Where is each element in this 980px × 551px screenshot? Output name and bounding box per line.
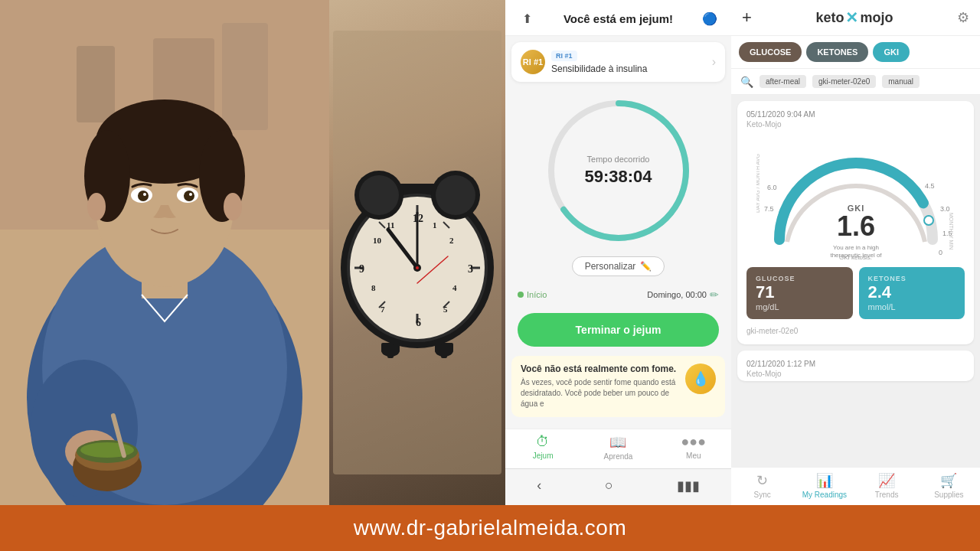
add-button[interactable]: + bbox=[742, 8, 752, 28]
sync-icon: ↻ bbox=[756, 472, 768, 489]
svg-point-34 bbox=[436, 175, 475, 215]
ketones-value: 2.4 bbox=[868, 282, 956, 302]
keto-search: 🔍 after-meal gki-meter-02e0 manual bbox=[731, 69, 980, 95]
chevron-right-icon: › bbox=[712, 55, 716, 69]
hunger-card: Você não está realmente com fome. Às vez… bbox=[511, 356, 725, 417]
svg-point-17 bbox=[189, 193, 192, 196]
personalize-button[interactable]: Personalizar ✏️ bbox=[572, 256, 665, 276]
insulin-bar[interactable]: RI #1 RI #1 Sensibilidade à insulina › bbox=[511, 42, 725, 82]
home-button[interactable]: ○ bbox=[605, 478, 613, 494]
timer-section: Tempo decorrido 59:38:04 Personalizar ✏️ bbox=[505, 88, 731, 282]
nav-aprenda[interactable]: 📖 Aprenda bbox=[580, 434, 655, 461]
search-tag-after-meal[interactable]: after-meal bbox=[760, 75, 806, 88]
end-fasting-button[interactable]: Terminar o jejum bbox=[518, 313, 719, 347]
search-icon: 🔍 bbox=[740, 76, 753, 88]
keto-bottom-nav: ↻ Sync 📊 My Readings 📈 Trends 🛒 Supplies bbox=[731, 467, 980, 505]
edit-icon: ✏️ bbox=[640, 261, 652, 272]
ketones-unit: mmol/L bbox=[868, 302, 956, 311]
meu-icon: ●●● bbox=[681, 434, 707, 450]
svg-text:7: 7 bbox=[381, 305, 385, 314]
keto-nav-sync[interactable]: ↻ Sync bbox=[731, 472, 793, 499]
glucose-unit: mg/dL bbox=[756, 302, 844, 311]
svg-rect-3 bbox=[222, 23, 268, 130]
nav-meu[interactable]: ●●● Meu bbox=[656, 434, 731, 461]
reading-source-1: Keto-Mojo bbox=[746, 120, 965, 129]
fasting-header: ⬆ Você está em jejum! 🔵 bbox=[505, 0, 731, 36]
reading-source-2: Keto-Mojo bbox=[746, 370, 965, 378]
nav-jejum[interactable]: ⏱ Jejum bbox=[505, 434, 580, 461]
svg-text:9: 9 bbox=[359, 263, 364, 275]
svg-rect-65 bbox=[387, 344, 394, 358]
svg-rect-66 bbox=[441, 344, 447, 358]
fasting-panel: ⬆ Você está em jejum! 🔵 RI #1 RI #1 Sens… bbox=[505, 0, 731, 505]
svg-text:2: 2 bbox=[449, 236, 454, 245]
phone-nav-bar: ‹ ○ ▮▮▮ bbox=[505, 468, 731, 505]
hunger-icon: 💧 bbox=[685, 364, 716, 394]
svg-text:7.5: 7.5 bbox=[764, 205, 774, 213]
timer-value: 59:38:04 bbox=[584, 167, 652, 187]
gki-description: GKI ketosis. bbox=[746, 254, 965, 261]
timer-circle: Tempo decorrido 59:38:04 bbox=[542, 94, 695, 247]
reading-card-1: 05/11/2020 9:04 AM Keto-Mojo bbox=[737, 101, 974, 344]
fasting-start: Início bbox=[518, 290, 547, 299]
svg-text:6.0: 6.0 bbox=[767, 184, 777, 191]
svg-text:0: 0 bbox=[939, 249, 942, 256]
glucose-box: GLUCOSE 71 mg/dL bbox=[746, 267, 853, 319]
reading-card-2: 02/11/2020 1:12 PM Keto-Mojo bbox=[737, 350, 974, 381]
svg-point-19 bbox=[224, 193, 242, 220]
svg-text:3: 3 bbox=[468, 263, 473, 275]
fasting-title: Você está em jejum! bbox=[536, 12, 701, 25]
timer-label: Tempo decorrido bbox=[584, 155, 652, 164]
reading-tag: gki-meter-02e0 bbox=[746, 324, 965, 335]
start-dot bbox=[518, 292, 524, 298]
hunger-title: Você não está realmente com fome. bbox=[521, 364, 679, 374]
trends-icon: 📈 bbox=[878, 472, 895, 489]
tab-glucose[interactable]: GLUCOSE bbox=[739, 42, 802, 62]
info-icon[interactable]: 🔵 bbox=[701, 9, 719, 28]
keto-nav-supplies[interactable]: 🛒 Supplies bbox=[918, 472, 980, 499]
svg-text:MONTHLY MIN: MONTHLY MIN bbox=[949, 213, 954, 249]
settings-icon[interactable]: ⚙ bbox=[957, 9, 969, 26]
bottom-bar: www.dr-gabrielalmeida.com bbox=[0, 505, 980, 551]
svg-rect-4 bbox=[77, 46, 115, 122]
glucose-label: GLUCOSE bbox=[756, 275, 844, 282]
hunger-text: Às vezes, você pode sentir fome quando e… bbox=[521, 377, 679, 409]
keto-panel: + keto ✕ mojo ⚙ GLUCOSE KETONES GKI 🔍 af… bbox=[731, 0, 980, 505]
ketones-box: KETONES 2.4 mmol/L bbox=[859, 267, 965, 319]
svg-rect-35 bbox=[397, 184, 437, 190]
svg-point-14 bbox=[138, 191, 149, 201]
back-button[interactable]: ‹ bbox=[537, 478, 541, 494]
aprenda-icon: 📖 bbox=[609, 434, 626, 451]
share-icon[interactable]: ⬆ bbox=[518, 9, 536, 28]
svg-text:6: 6 bbox=[416, 317, 421, 328]
keto-header: + keto ✕ mojo ⚙ bbox=[731, 0, 980, 36]
recents-button[interactable]: ▮▮▮ bbox=[677, 478, 700, 494]
clock-panel: 12 3 6 9 1 2 4 5 7 8 10 11 bbox=[329, 0, 505, 505]
svg-text:10: 10 bbox=[373, 236, 382, 245]
supplies-icon: 🛒 bbox=[940, 472, 957, 489]
glucose-value: 71 bbox=[756, 282, 844, 302]
keto-nav-readings[interactable]: 📊 My Readings bbox=[793, 472, 855, 499]
person-photo bbox=[0, 0, 329, 505]
reading-date-1: 05/11/2020 9:04 AM bbox=[746, 110, 965, 119]
svg-text:4: 4 bbox=[452, 283, 457, 292]
search-tag-manual[interactable]: manual bbox=[882, 75, 920, 88]
keto-content: 05/11/2020 9:04 AM Keto-Mojo bbox=[731, 95, 980, 467]
insulin-icon: RI #1 bbox=[521, 50, 545, 74]
tab-gki[interactable]: GKI bbox=[873, 42, 910, 62]
metrics-row: GLUCOSE 71 mg/dL KETONES 2.4 mmol/L bbox=[746, 267, 965, 319]
gki-gauge-wrapper: 4.5 3.0 1.5 0 7.5 6.0 MONTHLY MIN DAY AV… bbox=[746, 129, 965, 261]
tab-ketones[interactable]: KETONES bbox=[806, 42, 868, 62]
end-edit-icon[interactable]: ✏ bbox=[710, 289, 719, 301]
search-tag-gki-meter[interactable]: gki-meter-02e0 bbox=[812, 75, 876, 88]
keto-nav-trends[interactable]: 📈 Trends bbox=[856, 472, 918, 499]
photo-panel bbox=[0, 0, 329, 505]
svg-point-16 bbox=[143, 193, 146, 196]
insulin-badge: RI #1 bbox=[551, 51, 577, 61]
main-container: 12 3 6 9 1 2 4 5 7 8 10 11 bbox=[0, 0, 980, 551]
svg-point-15 bbox=[184, 191, 194, 201]
keto-logo: keto ✕ mojo bbox=[815, 8, 893, 27]
ketones-label: KETONES bbox=[868, 275, 956, 282]
svg-text:1.6: 1.6 bbox=[836, 210, 874, 242]
svg-point-69 bbox=[924, 216, 933, 225]
